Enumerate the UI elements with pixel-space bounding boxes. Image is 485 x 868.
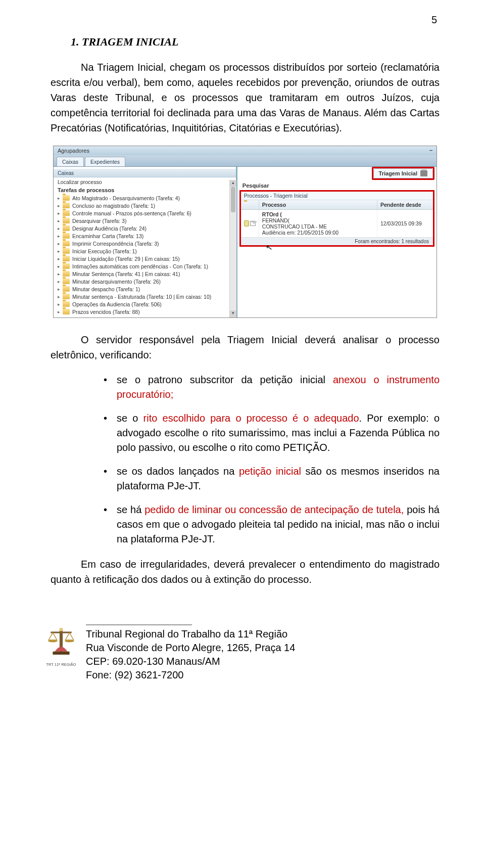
folder-icon xyxy=(63,263,70,269)
page-footer: TRT 11ª REGIÃO Tribunal Regional do Trab… xyxy=(51,617,440,682)
ss-pesquisar-label: Pesquisar xyxy=(237,181,437,190)
ss-task-item[interactable]: ▸Operações da Audiencia (Tarefa: 506) xyxy=(57,300,233,308)
logo-caption: TRT 11ª REGIÃO xyxy=(45,663,77,666)
bullet-list: se o patrono subscritor da petição inici… xyxy=(104,373,440,546)
ss-task-item[interactable]: ▸Minutar sentença - Estruturada (Tarefa:… xyxy=(57,293,233,300)
para-irregularidades: Em caso de irregularidades, deverá preva… xyxy=(51,557,440,587)
tab-triagem-label: Triagem Inicial xyxy=(379,170,417,176)
ss-task-item[interactable]: ▸Minutar desarquivamento (Tarefa: 26) xyxy=(57,278,233,285)
ss-task-item[interactable]: ▸Controle manual - Prazos pós-sentença (… xyxy=(57,209,233,217)
para-verificando: O servidor responsável pela Triagem Inic… xyxy=(51,332,440,362)
th-pendente: Pendente desde xyxy=(377,200,433,209)
tab-caixas[interactable]: Caixas xyxy=(57,157,84,166)
intro-paragraph: Na Triagem Inicial, chegam os processos … xyxy=(51,60,440,135)
folder-icon xyxy=(63,218,70,223)
ss-task-item[interactable]: ▸Ato Magistrado - Desarquivamento (Taref… xyxy=(57,194,233,202)
scroll-thumb[interactable] xyxy=(231,187,235,212)
bullet-4: se há pedido de liminar ou concessão de … xyxy=(104,502,440,546)
svg-point-4 xyxy=(59,628,63,631)
ss-tarefas-header: Tarefas de processos xyxy=(54,186,236,194)
tab-expedientes[interactable]: Expedientes xyxy=(85,157,125,166)
folder-icon xyxy=(63,294,70,299)
folder-icon xyxy=(63,203,70,208)
minimize-icon: – xyxy=(429,147,432,153)
ss-task-item[interactable]: ▸Designar Audiência (Tarefa: 24) xyxy=(57,224,233,232)
bullet-2: se o rito escolhido para o processo é o … xyxy=(104,411,440,455)
proc-line3: CONSTRUCAO LTDA - ME xyxy=(262,223,374,230)
page-number: 5 xyxy=(431,14,437,26)
trt-logo: TRT 11ª REGIÃO xyxy=(45,624,77,662)
ss-results-highlight: Processos - Triagem Inicial Processo Pen… xyxy=(239,190,434,247)
ss-top-tabs: Caixas Expedientes xyxy=(54,155,437,167)
bullet-3: se os dados lançados na petição inicial … xyxy=(104,464,440,493)
ss-left-panel: Caixas Localizar processo Tarefas de pro… xyxy=(54,167,237,317)
footer-text: Tribunal Regional do Trabalho da 11ª Reg… xyxy=(86,624,295,682)
svg-point-2 xyxy=(48,640,58,643)
td-icons xyxy=(241,210,259,237)
ss-breadcrumb: Processos - Triagem Inicial xyxy=(241,192,433,200)
footer-line3: CEP: 69.020-130 Manaus/AM xyxy=(86,655,295,668)
th-processo: Processo xyxy=(259,200,377,209)
ss-task-item[interactable]: ▸Iniciar Execução (Tarefa: 1) xyxy=(57,247,233,255)
ss-left-tab-caixas[interactable]: Caixas xyxy=(54,169,236,177)
bullet-1: se o patrono subscritor da petição inici… xyxy=(104,373,440,402)
ss-task-item[interactable]: ▸Minutar despacho (Tarefa: 1) xyxy=(57,285,233,293)
footer-line1: Tribunal Regional do Trabalho da 11ª Reg… xyxy=(86,627,295,641)
document-page: 5 1. TRIAGEM INICIAL Na Triagem Inicial,… xyxy=(0,0,485,868)
footer-line4: Fone: (92) 3621-7200 xyxy=(86,668,295,682)
footer-divider xyxy=(86,624,192,625)
ss-task-item[interactable]: ▸Intimações automáticas com pendências -… xyxy=(57,262,233,270)
printer-icon xyxy=(420,170,427,176)
th-icon xyxy=(241,200,259,209)
envelope-icon[interactable] xyxy=(250,221,256,226)
svg-point-3 xyxy=(65,640,74,643)
ss-localizar-label: Localizar processo xyxy=(58,179,102,185)
ss-agrupadores-label: Agrupadores xyxy=(58,148,89,154)
folder-icon xyxy=(63,286,70,292)
scroll-up-icon[interactable]: ▴ xyxy=(230,180,236,187)
folder-icon xyxy=(63,225,70,231)
proc-line1: RTOrd ( xyxy=(262,211,374,217)
scroll-down-icon[interactable]: ▾ xyxy=(230,310,236,317)
folder-icon xyxy=(63,195,70,201)
folder-icon xyxy=(63,301,70,307)
ss-localizar-row: Localizar processo xyxy=(54,177,236,186)
folder-icon xyxy=(63,241,70,246)
proc-line2: FERNAND( xyxy=(262,217,374,223)
ss-task-item[interactable]: ▸Prazos vencidos (Tarefa: 88) xyxy=(57,308,233,315)
ss-task-list: ▸Ato Magistrado - Desarquivamento (Taref… xyxy=(54,194,236,315)
ss-task-item[interactable]: ▸Iniciar Liquidação (Tarefa: 29 | Em cai… xyxy=(57,255,233,262)
folder-icon xyxy=(63,210,70,216)
ss-task-item[interactable]: ▸Concluso ao magistrado (Tarefa: 1) xyxy=(57,202,233,209)
ss-task-item[interactable]: ▸Encaminhar Carta (Tarefa: 13) xyxy=(57,232,233,240)
svg-rect-1 xyxy=(51,631,71,633)
justice-icon xyxy=(45,624,77,661)
proc-line4: Audiência em: 21/05/2015 09:00 xyxy=(262,230,374,236)
ss-result-row[interactable]: RTOrd ( FERNAND( CONSTRUCAO LTDA - ME Au… xyxy=(241,210,433,238)
ss-right-tab-row: Triagem Inicial xyxy=(237,167,437,181)
app-screenshot: Agrupadores – Caixas Expedientes Caixas … xyxy=(53,146,437,318)
link-icon[interactable] xyxy=(244,220,250,226)
ss-results-count: Foram encontrados: 1 resultados xyxy=(241,238,433,245)
folder-icon xyxy=(63,233,70,239)
ss-triagem-highlight: Triagem Inicial xyxy=(372,167,434,180)
ss-task-item[interactable]: ▸Imprimir Correspondência (Tarefa: 3) xyxy=(57,240,233,247)
section-heading: 1. TRIAGEM INICIAL xyxy=(71,35,440,49)
folder-icon xyxy=(63,309,70,314)
folder-icon xyxy=(63,271,70,277)
ss-main-area: Caixas Localizar processo Tarefas de pro… xyxy=(54,167,437,317)
td-pendente: 12/03/2015 09:39 xyxy=(377,210,433,237)
folder-icon xyxy=(63,256,70,261)
td-processo: RTOrd ( FERNAND( CONSTRUCAO LTDA - ME Au… xyxy=(259,210,377,237)
folder-icon xyxy=(63,248,70,254)
ss-task-item[interactable]: ▸Desarquivar (Tarefa: 3) xyxy=(57,217,233,224)
ss-agrupadores-bar: Agrupadores – xyxy=(54,146,437,155)
footer-line2: Rua Visconde de Porto Alegre, 1265, Praç… xyxy=(86,641,295,655)
tab-triagem-inicial[interactable]: Triagem Inicial xyxy=(373,168,433,178)
folder-icon xyxy=(63,279,70,284)
ss-table-header: Processo Pendente desde xyxy=(241,200,433,210)
ss-scrollbar[interactable]: ▴ ▾ xyxy=(229,180,236,317)
svg-rect-5 xyxy=(53,652,69,655)
ss-right-panel: Triagem Inicial Pesquisar Processos - Tr… xyxy=(237,167,437,317)
ss-task-item[interactable]: ▸Minutar Sentença (Tarefa: 41 | Em caixa… xyxy=(57,270,233,278)
